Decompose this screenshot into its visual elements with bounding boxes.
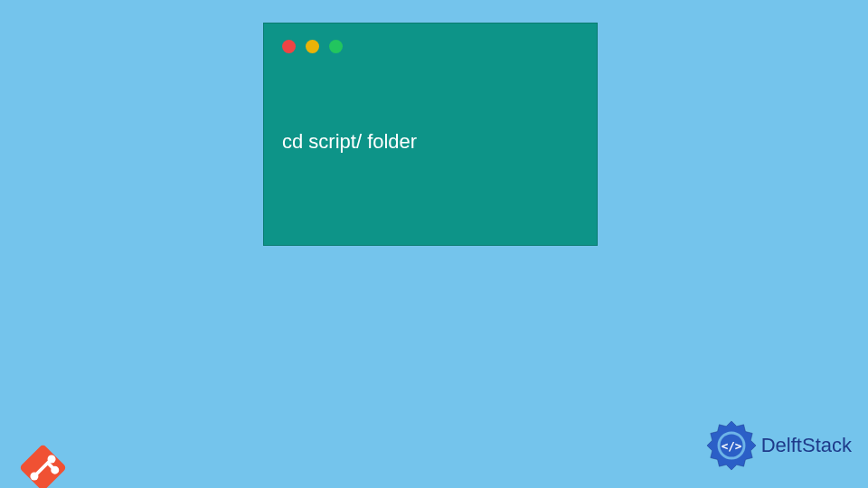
svg-text:</>: </> — [721, 439, 741, 453]
git-logo-icon — [9, 434, 77, 488]
terminal-body: cd script/ folder — [264, 53, 597, 172]
terminal-command: cd script/ folder — [282, 130, 579, 154]
window-controls — [264, 23, 597, 53]
minimize-icon[interactable] — [306, 40, 319, 53]
close-icon[interactable] — [282, 40, 296, 53]
maximize-icon[interactable] — [329, 40, 343, 53]
delftstack-label: DelftStack — [761, 434, 852, 457]
delftstack-logo: </> DelftStack — [705, 419, 852, 472]
delftstack-emblem-icon: </> — [705, 419, 758, 472]
terminal-window: cd script/ folder — [263, 23, 598, 246]
